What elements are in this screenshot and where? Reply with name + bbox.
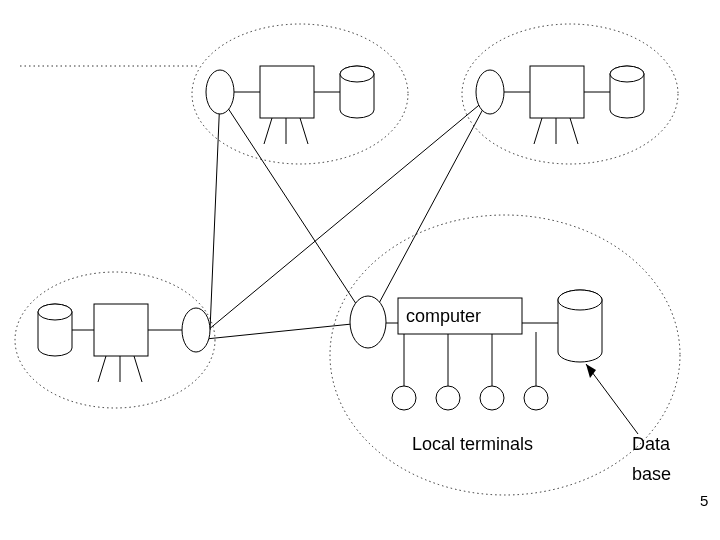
site-bottom-left <box>38 304 210 382</box>
big-terminal-3 <box>480 386 504 410</box>
big-terminal-4 <box>524 386 548 410</box>
database-label-line1: Data <box>632 434 671 454</box>
bl-computer <box>94 304 148 356</box>
net-link-2 <box>210 96 220 330</box>
bl-leg-1 <box>98 356 106 382</box>
database-arrow <box>586 364 638 434</box>
bl-database <box>38 304 72 356</box>
tl-leg-3 <box>300 118 308 144</box>
site-top-right <box>476 66 644 144</box>
computer-label: computer <box>406 306 481 326</box>
big-terminal-2 <box>436 386 460 410</box>
svg-point-2 <box>38 304 72 320</box>
network-diagram: computer Local terminals Data base 5 <box>0 0 720 540</box>
svg-point-3 <box>558 290 602 310</box>
tl-database <box>340 66 374 118</box>
tr-computer <box>530 66 584 118</box>
site-big: computer Local terminals <box>350 290 602 454</box>
svg-line-4 <box>586 364 638 434</box>
site-top-left <box>206 66 374 144</box>
tr-node <box>476 70 504 114</box>
big-database <box>558 290 602 362</box>
page-number: 5 <box>700 492 708 509</box>
tr-leg-3 <box>570 118 578 144</box>
net-link-1 <box>220 96 368 322</box>
tr-leg-1 <box>534 118 542 144</box>
big-node <box>350 296 386 348</box>
tl-computer <box>260 66 314 118</box>
local-terminals-label: Local terminals <box>412 434 533 454</box>
svg-point-1 <box>610 66 644 82</box>
tr-database <box>610 66 644 118</box>
svg-point-0 <box>340 66 374 82</box>
tl-node <box>206 70 234 114</box>
bl-node <box>182 308 210 352</box>
bl-leg-3 <box>134 356 142 382</box>
net-link-4 <box>370 96 490 320</box>
big-terminal-1 <box>392 386 416 410</box>
database-label-line2: base <box>632 464 671 484</box>
tl-leg-1 <box>264 118 272 144</box>
net-link-5 <box>196 324 352 340</box>
